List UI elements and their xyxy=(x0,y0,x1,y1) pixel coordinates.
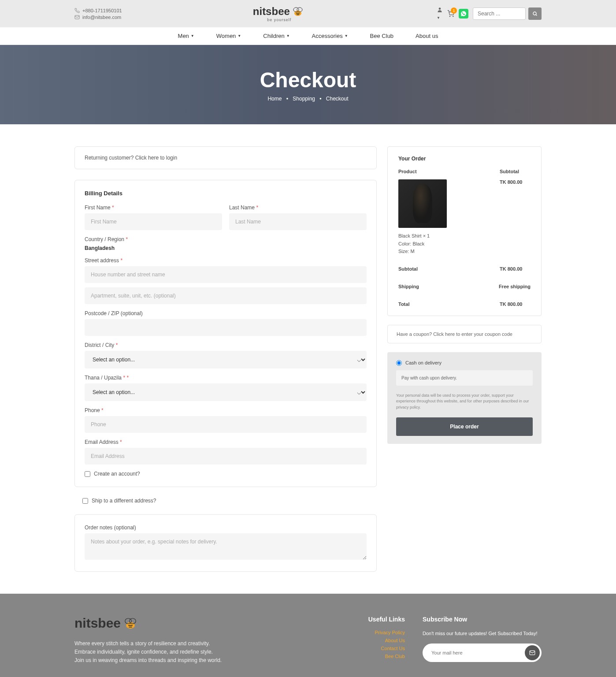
hero-banner: Checkout Home ● Shopping ● Checkout xyxy=(0,45,616,124)
place-order-button[interactable]: Place order xyxy=(396,417,533,436)
district-select[interactable]: Select an option... xyxy=(85,351,367,368)
country-value: Bangladesh xyxy=(85,245,367,251)
breadcrumb: Home ● Shopping ● Checkout xyxy=(267,96,348,102)
email-row: info@nitsbee.com xyxy=(74,15,122,20)
email-input[interactable] xyxy=(85,448,367,465)
phone-input[interactable] xyxy=(85,416,367,433)
top-right: ▼ 1 xyxy=(437,7,542,21)
product-color: Color: Black xyxy=(398,240,494,248)
footer-logo: nitsbee xyxy=(74,616,140,631)
nav-women[interactable]: Women▼ xyxy=(216,33,241,39)
page-title: Checkout xyxy=(260,68,356,92)
payment-box: Cash on delivery Pay with cash upon deli… xyxy=(387,352,542,444)
search-box xyxy=(473,7,542,20)
privacy-text: Your personal data will be used to proce… xyxy=(396,393,533,411)
cod-radio[interactable] xyxy=(396,360,402,366)
total-label: Total xyxy=(398,301,409,307)
field-email: Email Address * xyxy=(85,439,367,465)
street2-input[interactable] xyxy=(85,287,367,304)
create-account-row: Create an account? xyxy=(85,471,367,477)
whatsapp-icon xyxy=(460,11,467,17)
search-icon xyxy=(532,11,538,16)
user-icon xyxy=(437,7,443,13)
svg-point-6 xyxy=(453,16,453,16)
thana-select[interactable]: Select an option... xyxy=(85,383,367,401)
order-title: Your Order xyxy=(398,156,531,162)
send-icon xyxy=(529,650,535,656)
link-beeclub[interactable]: Bee Club xyxy=(352,654,405,659)
coupon-toggle[interactable]: Have a coupon? Click here to enter your … xyxy=(387,325,542,343)
field-lastname: Last Name * xyxy=(229,205,367,230)
crumb-shopping[interactable]: Shopping xyxy=(293,96,315,102)
svg-line-8 xyxy=(536,15,537,16)
chevron-down-icon: ▼ xyxy=(191,34,194,38)
nav-children[interactable]: Children▼ xyxy=(263,33,289,39)
order-item: Black Shirt × 1 Color: Black Size: M TK … xyxy=(398,179,531,256)
chevron-down-icon: ▼ xyxy=(286,34,290,38)
checkout-left: Returning customer? Click here to login … xyxy=(74,146,377,572)
cart-button[interactable]: 1 xyxy=(447,10,454,17)
head-product: Product xyxy=(398,169,417,174)
crumb-home[interactable]: Home xyxy=(267,96,282,102)
item-price: TK 800.00 xyxy=(500,179,531,256)
chevron-down-icon: ▼ xyxy=(345,34,348,38)
subscribe-button[interactable] xyxy=(525,645,540,660)
whatsapp-button[interactable] xyxy=(459,9,468,19)
svg-point-4 xyxy=(439,7,441,10)
billing-title: Billing Details xyxy=(85,190,367,197)
order-notes-input[interactable] xyxy=(85,533,367,560)
last-name-input[interactable] xyxy=(229,213,367,230)
search-button[interactable] xyxy=(528,7,542,20)
ship-different-row: Ship to a different address? xyxy=(74,496,377,506)
dot-icon: ● xyxy=(286,97,288,100)
create-account-checkbox[interactable] xyxy=(85,471,90,477)
dot-icon: ● xyxy=(319,97,322,100)
returning-customer[interactable]: Returning customer? Click here to login xyxy=(74,146,377,169)
shipping-label: Shipping xyxy=(398,284,419,289)
svg-point-7 xyxy=(533,12,536,15)
link-about[interactable]: About Us xyxy=(352,638,405,643)
email-text: info@nitsbee.com xyxy=(82,15,121,20)
billing-details: Billing Details First Name * Last Name *… xyxy=(74,180,377,487)
subtotal-label: Subtotal xyxy=(398,266,418,272)
chevron-down-icon: ▼ xyxy=(437,16,440,20)
field-country: Country / Region * Bangladesh xyxy=(85,236,367,251)
main-nav: Men▼ Women▼ Children▼ Accessories▼ Bee C… xyxy=(0,27,616,45)
payment-cod: Cash on delivery xyxy=(396,360,533,366)
phone-icon xyxy=(74,8,80,13)
nav-beeclub[interactable]: Bee Club xyxy=(370,33,393,39)
chevron-down-icon: ▼ xyxy=(237,34,241,38)
field-firstname: First Name * xyxy=(85,205,222,230)
user-menu[interactable]: ▼ xyxy=(437,7,443,21)
subscribe-desc: Don't miss our future updates! Get Subsc… xyxy=(423,630,542,637)
street1-input[interactable] xyxy=(85,266,367,283)
total-value: TK 800.00 xyxy=(500,301,531,307)
phone-text: +880-1711950101 xyxy=(82,8,122,13)
nav-men[interactable]: Men▼ xyxy=(178,33,194,39)
nav-accessories[interactable]: Accessories▼ xyxy=(312,33,348,39)
logo[interactable]: nitsbee be yourself xyxy=(253,5,306,22)
order-summary: Your Order Product Subtotal Black Shirt … xyxy=(387,146,542,316)
subtotal-value: TK 800.00 xyxy=(500,266,531,272)
checkout-right: Your Order Product Subtotal Black Shirt … xyxy=(387,146,542,572)
cod-description: Pay with cash upon delivery. xyxy=(396,370,533,386)
link-contact[interactable]: Contact Us xyxy=(352,646,405,651)
link-privacy[interactable]: Privacy Policy xyxy=(352,630,405,635)
first-name-input[interactable] xyxy=(85,213,222,230)
field-postcode: Postcode / ZIP (optional) xyxy=(85,310,367,336)
footer-links: Useful Links Privacy Policy About Us Con… xyxy=(352,616,405,665)
field-thana: Thana / Upazila * * Select an option... xyxy=(85,375,367,401)
subscribe-input[interactable] xyxy=(424,646,525,660)
bee-icon xyxy=(121,617,140,630)
head-subtotal: Subtotal xyxy=(500,169,531,174)
postcode-input[interactable] xyxy=(85,319,367,336)
checkout-main: Returning customer? Click here to login … xyxy=(66,146,550,572)
product-image xyxy=(398,179,447,228)
nav-about[interactable]: About us xyxy=(416,33,438,39)
footer-description: Where every stitch tells a story of resi… xyxy=(74,640,334,665)
footer: nitsbee Where every stitch tells a story… xyxy=(0,594,616,677)
product-size: Size: M xyxy=(398,248,494,256)
search-input[interactable] xyxy=(473,7,526,20)
topbar: +880-1711950101 info@nitsbee.com nitsbee… xyxy=(0,0,616,27)
ship-different-checkbox[interactable] xyxy=(82,498,88,504)
